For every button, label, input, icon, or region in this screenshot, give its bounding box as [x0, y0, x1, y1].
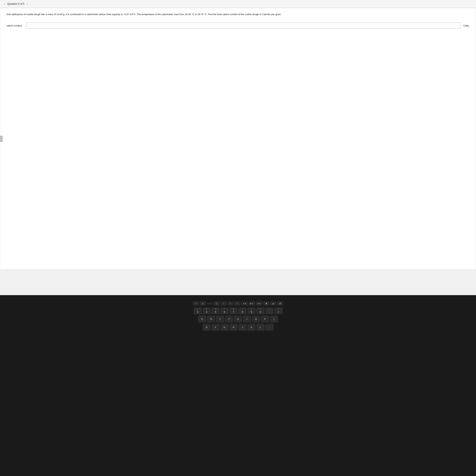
key-h[interactable]: H [229, 324, 238, 331]
key-5-main: 5 [215, 311, 216, 313]
keyboard-key[interactable]: ▤ [200, 301, 206, 306]
brightness-down-key[interactable]: ✦ [193, 301, 199, 306]
key-plus-top: + [278, 308, 279, 310]
f5-key[interactable]: ≡ [221, 301, 226, 306]
key-3-main: 3 [197, 311, 198, 313]
fast-forward-key[interactable]: ►► [256, 301, 263, 306]
key-f[interactable]: F [212, 324, 220, 331]
scroll-handle[interactable] [0, 136, 3, 142]
key-open-bracket[interactable]: { [270, 316, 278, 323]
key-i[interactable]: I [243, 316, 251, 323]
key-4[interactable]: $ 4 [203, 307, 211, 314]
key-0-main: 0 [260, 311, 261, 313]
key-4-top: $ [206, 308, 207, 310]
unit-label: Cal/g [463, 24, 470, 27]
forward-arrow[interactable]: › [26, 2, 29, 6]
key-o[interactable]: O [252, 316, 260, 323]
number-row: # 3 $ 4 % 5 ^ 6 & 7 * 8 ( 9 ) 0 [0, 307, 476, 315]
volume-down-key[interactable]: 🔉 [270, 301, 276, 306]
key-colon[interactable]: : [265, 324, 273, 331]
volume-up-icon: 🔊 [279, 302, 281, 305]
play-pause-key[interactable]: ▶⏸ [249, 301, 255, 306]
volume-up-key[interactable]: 🔊 [277, 301, 283, 306]
key-p[interactable]: P [261, 316, 269, 323]
key-t[interactable]: T [216, 316, 224, 323]
key-5-top: % [215, 308, 216, 310]
qwerty-row: E R T Y U I O P { [0, 315, 476, 323]
rewind-icon: ◄◄ [243, 302, 246, 305]
key-g[interactable]: G [221, 324, 229, 331]
key-plus[interactable]: + = [274, 307, 283, 314]
caloric-content-input[interactable] [26, 23, 461, 29]
f5-icon: ≡ [223, 302, 224, 305]
key-minus[interactable]: — - [265, 307, 273, 314]
fn-row: ✦ ▤ Q ≡ ✦ ⇕ ◄◄ ▶⏸ ►► 🔇 [0, 300, 476, 307]
rewind-key[interactable]: ◄◄ [241, 301, 248, 306]
mute-icon: 🔇 [265, 302, 268, 305]
key-8-main: 8 [242, 311, 243, 313]
volume-down-icon: 🔉 [272, 302, 274, 305]
play-pause-icon: ▶⏸ [250, 302, 254, 305]
app-window: ‹ Question 5 of 5 › One tablespoon of co… [0, 0, 476, 295]
key-3-top: # [197, 308, 198, 310]
brightness-up-key[interactable]: ✦ [227, 301, 233, 306]
key-8[interactable]: * 8 [238, 307, 247, 314]
key-4-main: 4 [206, 311, 207, 313]
fast-forward-icon: ►► [257, 302, 261, 305]
key-r[interactable]: R [207, 316, 215, 323]
keyboard-section: ✦ ▤ Q ≡ ✦ ⇕ ◄◄ ▶⏸ ►► 🔇 [0, 295, 476, 476]
key-minus-main: - [269, 311, 270, 313]
answer-label: caloric content: [6, 24, 24, 27]
question-text: One tablespoon of cookie dough has a mas… [6, 12, 470, 16]
back-arrow[interactable]: ‹ [3, 2, 6, 6]
key-j[interactable]: J [238, 324, 247, 331]
key-minus-top: — [269, 308, 270, 310]
mute-key[interactable]: 🔇 [263, 301, 269, 306]
key-9-top: ( [251, 308, 252, 310]
question-progress: Question 5 of 5 [7, 2, 24, 5]
key-u[interactable]: U [234, 316, 242, 323]
key-6-main: 6 [224, 311, 225, 313]
f3-key[interactable] [207, 303, 213, 305]
nav-bar: ‹ Question 5 of 5 › [0, 0, 476, 8]
mirror-icon: ⇕ [237, 302, 238, 305]
brightness-up-icon: ✦ [230, 302, 231, 305]
key-8-top: * [242, 308, 243, 310]
brightness-down-icon: ✦ [195, 302, 197, 305]
key-9-main: 9 [251, 311, 252, 313]
mirror-key[interactable]: ⇕ [234, 301, 240, 306]
key-5[interactable]: % 5 [212, 307, 220, 314]
key-7-top: & [233, 308, 234, 310]
key-3[interactable]: # 3 [194, 307, 202, 314]
key-d[interactable]: D [203, 324, 211, 331]
key-9[interactable]: ( 9 [247, 307, 256, 314]
key-y[interactable]: Y [225, 316, 233, 323]
key-l[interactable]: L [256, 324, 265, 331]
keyboard-icon: ▤ [202, 302, 204, 305]
asdf-row: D F G H J K L : [0, 323, 476, 331]
key-e[interactable]: E [198, 316, 206, 323]
key-0[interactable]: ) 0 [256, 307, 265, 314]
key-6[interactable]: ^ 6 [221, 307, 229, 314]
search-key[interactable]: Q [214, 301, 220, 306]
question-area: One tablespoon of cookie dough has a mas… [0, 8, 476, 270]
key-0-top: ) [260, 308, 261, 310]
answer-row: caloric content: Cal/g [6, 23, 470, 29]
key-6-top: ^ [224, 308, 225, 310]
key-k[interactable]: K [247, 324, 256, 331]
search-icon: Q [216, 302, 217, 305]
key-7-main: 7 [233, 311, 234, 313]
key-7[interactable]: & 7 [229, 307, 238, 314]
key-plus-main: = [278, 311, 279, 313]
